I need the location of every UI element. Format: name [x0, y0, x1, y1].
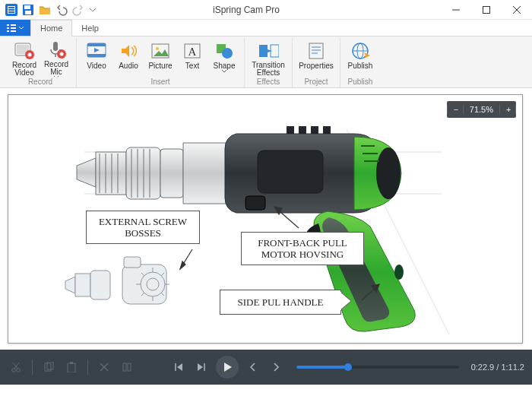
- title-bar: iSpring Cam Pro: [0, 0, 532, 20]
- svg-point-37: [222, 48, 233, 59]
- group-record: Record Video Record Mic Record: [5, 38, 77, 87]
- publish-button[interactable]: Publish: [345, 38, 375, 78]
- minimize-button[interactable]: [441, 0, 471, 20]
- record-mic-icon: [46, 40, 67, 60]
- svg-rect-4: [8, 11, 14, 13]
- insert-text-label: Text: [185, 62, 199, 70]
- publish-icon: [350, 40, 371, 62]
- insert-audio-button[interactable]: Audio: [113, 38, 144, 78]
- svg-point-70: [376, 147, 401, 199]
- svg-rect-41: [309, 43, 323, 59]
- properties-label: Properties: [299, 62, 334, 70]
- ribbon-tabs: Home Help: [0, 20, 532, 36]
- svg-point-74: [394, 265, 404, 280]
- record-mic-button[interactable]: Record Mic: [41, 38, 71, 78]
- annotation-text: SIDE PUL HANDLE: [238, 296, 324, 308]
- skip-end-button[interactable]: [193, 359, 210, 375]
- record-video-button[interactable]: Record Video: [9, 38, 40, 78]
- annotation-text: EXTERNAL SCREW BOSSES: [99, 216, 187, 239]
- svg-marker-29: [94, 48, 100, 52]
- open-button[interactable]: [38, 3, 52, 17]
- annotation-screw-bosses[interactable]: EXTERNAL SCREW BOSSES: [86, 211, 200, 244]
- svg-rect-38: [259, 45, 268, 57]
- svg-rect-69: [245, 196, 265, 210]
- paste-button[interactable]: [63, 359, 80, 375]
- group-effects-label: Effects: [257, 78, 280, 87]
- annotation-text: FRONT-BACK PULL MOTOR HOVSING: [258, 237, 347, 260]
- svg-rect-15: [11, 24, 16, 26]
- play-button[interactable]: [216, 356, 239, 379]
- audio-icon: [118, 40, 139, 62]
- editor-viewport: − 71.5% +: [0, 88, 532, 350]
- group-effects: Transition Effects Effects: [245, 38, 293, 87]
- transition-effects-button[interactable]: Transition Effects: [249, 38, 287, 78]
- svg-rect-2: [8, 7, 14, 8]
- svg-rect-6: [24, 5, 30, 9]
- seek-progress: [296, 366, 348, 369]
- step-forward-button[interactable]: [268, 359, 284, 375]
- insert-text-button[interactable]: A Text: [177, 38, 207, 78]
- svg-rect-27: [87, 43, 106, 46]
- app-icon: [5, 3, 18, 17]
- transition-icon: [258, 40, 279, 61]
- svg-marker-40: [268, 49, 272, 52]
- step-back-button[interactable]: [245, 359, 261, 375]
- delete-button[interactable]: [96, 359, 112, 375]
- group-record-label: Record: [28, 78, 52, 87]
- time-display: 0:22.9 / 1:11.2: [471, 363, 524, 372]
- svg-rect-66: [299, 126, 306, 134]
- annotation-front-back[interactable]: FRONT-BACK PULL MOTOR HOVSING: [241, 232, 364, 265]
- video-icon: [86, 40, 107, 62]
- tab-home[interactable]: Home: [30, 20, 72, 36]
- svg-rect-14: [7, 30, 9, 32]
- svg-rect-63: [160, 149, 183, 198]
- annotation-side-handle[interactable]: SIDE PUL HANDLE: [220, 290, 341, 315]
- close-button[interactable]: [502, 0, 532, 20]
- group-project: Properties Project: [293, 38, 340, 87]
- record-video-label: Record Video: [12, 62, 36, 77]
- slide-canvas[interactable]: − 71.5% +: [8, 94, 523, 344]
- svg-rect-12: [7, 24, 9, 26]
- properties-button[interactable]: Properties: [297, 38, 335, 78]
- insert-shape-label: Shape: [214, 62, 236, 70]
- group-insert: Video Audio Picture A Text: [77, 38, 245, 87]
- shape-icon: [214, 40, 235, 62]
- cut-button[interactable]: [8, 359, 24, 375]
- svg-point-21: [28, 52, 32, 56]
- separator: [87, 360, 88, 375]
- group-publish: Publish Publish: [340, 38, 380, 87]
- svg-rect-22: [53, 42, 58, 51]
- crop-button[interactable]: [119, 359, 135, 375]
- svg-rect-81: [124, 257, 141, 268]
- copy-button[interactable]: [40, 359, 57, 375]
- svg-rect-97: [70, 362, 73, 364]
- insert-shape-button[interactable]: Shape: [209, 38, 239, 78]
- zoom-in-button[interactable]: +: [499, 105, 516, 114]
- seek-track[interactable]: [296, 366, 459, 369]
- svg-rect-16: [11, 27, 16, 29]
- svg-point-91: [17, 369, 21, 372]
- insert-audio-label: Audio: [119, 62, 138, 70]
- time-total: 1:11.2: [501, 363, 524, 372]
- insert-picture-button[interactable]: Picture: [145, 38, 176, 78]
- insert-video-label: Video: [87, 62, 106, 70]
- svg-rect-68: [323, 126, 331, 134]
- properties-icon: [306, 40, 327, 62]
- skip-start-button[interactable]: [170, 359, 187, 375]
- publish-label: Publish: [348, 62, 373, 70]
- save-button[interactable]: [21, 3, 35, 17]
- tab-file[interactable]: [0, 20, 30, 36]
- svg-marker-52: [77, 158, 96, 187]
- group-project-label: Project: [304, 78, 328, 87]
- tab-help[interactable]: Help: [72, 20, 109, 36]
- transition-label: Transition Effects: [252, 62, 285, 77]
- seek-knob[interactable]: [344, 363, 352, 371]
- svg-text:A: A: [188, 46, 197, 58]
- svg-rect-67: [311, 126, 318, 134]
- separator: [32, 360, 33, 375]
- record-mic-label: Record Mic: [44, 61, 68, 76]
- time-current: 0:22.9: [471, 363, 495, 372]
- svg-marker-88: [340, 292, 351, 310]
- insert-video-button[interactable]: Video: [81, 38, 112, 78]
- maximize-button[interactable]: [471, 0, 502, 20]
